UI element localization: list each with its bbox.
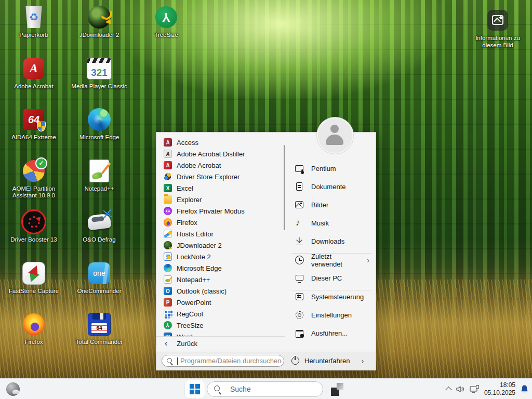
desktop-icon-image-info[interactable]: Informationen zu diesem Bild: [464, 6, 531, 49]
search-icon: [166, 357, 174, 365]
place-label: Zuletzt verwendet: [311, 252, 360, 268]
desktop-icon-label: Driver Booster 13: [10, 236, 57, 244]
program-item-notepadpp[interactable]: Notepad++: [156, 274, 285, 285]
system-tray: 18:05 05.10.2025: [446, 379, 529, 399]
user-avatar[interactable]: [317, 117, 353, 154]
acrobat-icon: [23, 58, 44, 79]
desktop-icon-aida64[interactable]: AIDA64 Extreme: [1, 105, 66, 157]
start-button[interactable]: [185, 380, 205, 398]
acrobat-icon: [164, 161, 172, 169]
back-label: Zurück: [177, 340, 197, 348]
start-place-computer[interactable]: Dieser PC: [289, 273, 374, 284]
tray-chevron-up-icon[interactable]: [445, 387, 452, 393]
program-item-explorer[interactable]: Explorer: [156, 194, 285, 205]
taskbar-clock[interactable]: 18:05 05.10.2025: [484, 381, 515, 397]
start-place-music[interactable]: Musik: [289, 218, 374, 229]
place-label: Einstellungen: [311, 311, 352, 319]
windows-logo-icon: [190, 384, 200, 394]
program-item-driver-store[interactable]: Driver Store Explorer: [156, 171, 285, 182]
program-item-access[interactable]: Access: [156, 137, 285, 148]
firefox-private-icon: [164, 207, 172, 215]
desktop-icon-acrobat[interactable]: Adobe Acrobat: [1, 55, 66, 106]
tray-date: 05.10.2025: [484, 389, 515, 397]
desktop-icon-notepadpp[interactable]: Notepad++: [66, 157, 132, 208]
open-shell-start-orb[interactable]: [6, 382, 20, 396]
tray-time: 18:05: [484, 381, 515, 389]
program-item-label: Access: [177, 139, 198, 147]
outlook-icon: [164, 287, 172, 295]
program-item-label: Notepad++: [177, 276, 210, 284]
place-label: Pentium: [311, 165, 336, 172]
program-item-label: Firefox Privater Modus: [177, 207, 245, 215]
chevron-left-icon: ‹: [165, 339, 167, 348]
desktop-icon-edge[interactable]: Microsoft Edge: [66, 105, 132, 157]
desktop-icon-mpc[interactable]: Media Player Classic: [66, 55, 132, 106]
notepadpp-icon: [164, 275, 172, 284]
program-list: Access Adobe Acrobat Distiller Adobe Acr…: [156, 137, 285, 337]
start-place-clock[interactable]: Zuletzt verwendet ›: [289, 255, 374, 265]
search-icon: [214, 385, 222, 393]
program-item-jdownloader[interactable]: JDownloader 2: [156, 240, 285, 251]
program-list-scrollbar[interactable]: [284, 145, 285, 230]
program-item-outlook[interactable]: Outlook (classic): [156, 285, 285, 297]
chevron-right-icon: ›: [361, 356, 364, 365]
start-place-user-folder[interactable]: Pentium: [289, 163, 374, 174]
start-menu-bottom-bar: Programme/Dateien durchsuchen Herunterfa…: [156, 352, 376, 370]
desktop-icon-oodefrag[interactable]: O&O Defrag: [66, 208, 132, 259]
program-item-treesize[interactable]: TreeSize: [156, 320, 285, 331]
control-panel-icon: [295, 292, 304, 302]
desktop-icon-papierkorb[interactable]: Papierkorb: [1, 3, 66, 55]
program-item-hosts-editor[interactable]: Hosts Editor: [156, 228, 285, 240]
start-place-document[interactable]: Dokumente: [289, 181, 374, 192]
program-item-firefox-private[interactable]: Firefox Privater Modus: [156, 205, 285, 217]
start-places: Pentium Dokumente Bilder Musik: [289, 163, 374, 346]
network-icon[interactable]: [470, 385, 480, 393]
program-item-regcool[interactable]: RegCool: [156, 308, 285, 320]
program-item-locknote[interactable]: LockNote 2: [156, 251, 285, 262]
place-label: Downloads: [311, 237, 344, 245]
back-button[interactable]: ‹ Zurück: [156, 337, 285, 350]
back-divider: [156, 336, 285, 337]
powerpoint-icon: [164, 298, 172, 307]
desktop-icon-label: Informationen zu diesem Bild: [466, 35, 529, 49]
desktop-icon-faststone[interactable]: FastStone Capture: [1, 259, 66, 311]
jdownloader-icon: [164, 241, 172, 249]
desktop-icon-totalcmd[interactable]: Total Commander: [66, 310, 132, 362]
taskbar-search-input[interactable]: Suche: [207, 381, 323, 397]
desktop-icon-jdownloader[interactable]: JDownloader 2: [66, 3, 132, 55]
program-item-label: Outlook (classic): [177, 287, 227, 295]
program-item-label: Driver Store Explorer: [177, 173, 240, 181]
desktop-icon-onecommander[interactable]: OneCommander: [66, 259, 132, 311]
program-item-acrobat-distiller[interactable]: Adobe Acrobat Distiller: [156, 148, 285, 159]
desktop-icon-treesize[interactable]: TreeSize: [141, 3, 191, 39]
start-place-image[interactable]: Bilder: [289, 200, 374, 210]
desktop-icon-firefox[interactable]: Firefox: [1, 310, 66, 362]
program-item-label: Excel: [177, 184, 193, 192]
desktop-icon-grid: Papierkorb Adobe Acrobat AIDA64 Extreme …: [1, 3, 132, 362]
program-item-edge[interactable]: Microsoft Edge: [156, 262, 285, 274]
program-item-label: TreeSize: [177, 322, 204, 329]
start-search-input[interactable]: Programme/Dateien durchsuchen: [162, 355, 284, 367]
start-place-gear[interactable]: Einstellungen: [289, 310, 374, 321]
desktop-icon-driver-booster[interactable]: Driver Booster 13: [1, 208, 66, 259]
document-icon: [295, 182, 304, 192]
start-place-run[interactable]: Ausführen...: [289, 328, 374, 339]
start-menu: Access Adobe Acrobat Distiller Adobe Acr…: [156, 132, 376, 370]
place-label: Bilder: [311, 201, 328, 209]
gear-icon: [295, 310, 304, 320]
taskbar-app-icon[interactable]: [331, 383, 344, 396]
notification-bell-icon[interactable]: [520, 384, 529, 393]
desktop-top-right: Informationen zu diesem Bild: [464, 6, 531, 49]
music-icon: [295, 218, 304, 228]
program-item-powerpoint[interactable]: PowerPoint: [156, 297, 285, 308]
volume-icon[interactable]: [456, 385, 465, 393]
start-place-control-panel[interactable]: Systemsteuerung: [289, 291, 374, 302]
program-item-firefox[interactable]: Firefox: [156, 217, 285, 228]
firefox-icon: [23, 313, 45, 335]
program-item-acrobat[interactable]: Adobe Acrobat: [156, 159, 285, 171]
program-item-excel[interactable]: Excel: [156, 182, 285, 194]
shutdown-button[interactable]: Herunterfahren ›: [290, 355, 364, 367]
start-place-download[interactable]: Downloads: [289, 236, 374, 247]
desktop-icon-aomei[interactable]: AOMEI Partition Assistant 10.9.0: [1, 157, 66, 208]
desktop-icon-label: Microsoft Edge: [79, 134, 119, 141]
